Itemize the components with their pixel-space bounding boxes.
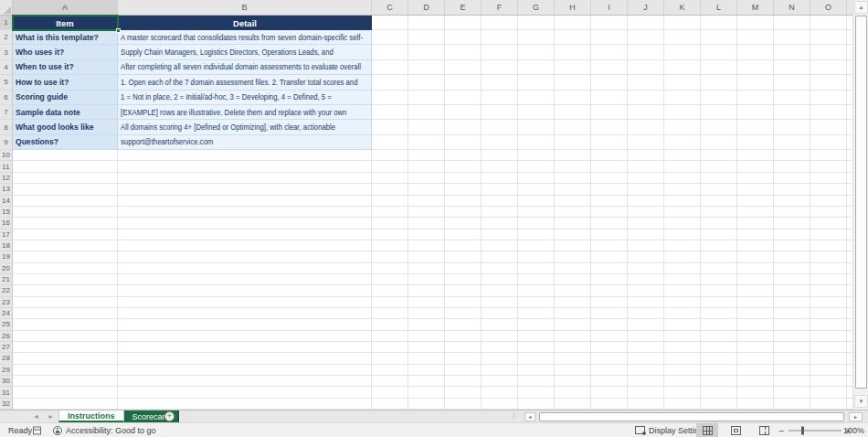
row-header-18[interactable]: 18: [0, 240, 13, 251]
empty-cells-region[interactable]: [372, 331, 852, 342]
empty-cell[interactable]: [13, 342, 118, 353]
empty-cells-region[interactable]: [372, 91, 852, 105]
row-header-7[interactable]: 7: [0, 105, 13, 120]
empty-cells-region[interactable]: [372, 240, 852, 251]
cell-A5[interactable]: How to use it?: [13, 75, 118, 90]
empty-cell[interactable]: [13, 251, 118, 262]
column-header-M[interactable]: M: [737, 0, 774, 15]
empty-cell[interactable]: [13, 365, 118, 376]
empty-cell[interactable]: [118, 308, 372, 319]
empty-cell[interactable]: [13, 196, 118, 207]
row-header-30[interactable]: 30: [0, 376, 13, 387]
row-header-27[interactable]: 27: [0, 342, 13, 353]
row-header-29[interactable]: 29: [0, 365, 13, 376]
row-header-6[interactable]: 6: [0, 91, 13, 105]
scroll-down-icon[interactable]: ▼: [854, 395, 868, 408]
row-header-22[interactable]: 22: [0, 285, 13, 296]
row-header-10[interactable]: 10: [0, 150, 13, 161]
empty-cells-region[interactable]: [372, 161, 852, 172]
empty-cell[interactable]: [118, 331, 372, 342]
row-header-5[interactable]: 5: [0, 75, 13, 90]
empty-cell[interactable]: [118, 285, 372, 296]
empty-cells-region[interactable]: [372, 376, 852, 387]
scroll-left-icon[interactable]: ◄: [524, 412, 535, 421]
cell-B8[interactable]: All domains scoring 4+ [Defined or Optim…: [118, 120, 372, 134]
select-all-corner[interactable]: [0, 0, 13, 15]
scroll-up-icon[interactable]: ▲: [854, 1, 868, 14]
empty-cells-region[interactable]: [372, 297, 852, 308]
column-header-K[interactable]: K: [664, 0, 701, 15]
row-header-3[interactable]: 3: [0, 45, 13, 59]
zoom-slider-thumb[interactable]: [801, 426, 804, 434]
cell-A9[interactable]: Questions?: [13, 135, 118, 150]
page-break-view-button[interactable]: [753, 423, 775, 437]
empty-cell[interactable]: [118, 150, 372, 161]
empty-cell[interactable]: [13, 173, 118, 184]
empty-cell[interactable]: [13, 274, 118, 285]
scroll-right-icon[interactable]: ►: [849, 412, 863, 421]
empty-cell[interactable]: [13, 150, 118, 161]
column-header-G[interactable]: G: [518, 0, 555, 15]
empty-cell[interactable]: [118, 240, 372, 251]
empty-cells-region[interactable]: [372, 184, 852, 195]
empty-cells-region[interactable]: [372, 135, 852, 150]
empty-cell[interactable]: [13, 387, 118, 398]
empty-cell[interactable]: [13, 353, 118, 364]
zoom-slider-track[interactable]: [789, 430, 842, 431]
accessibility-status[interactable]: Accessibility: Good to go: [53, 426, 156, 435]
row-header-4[interactable]: 4: [0, 60, 13, 75]
cell-B9[interactable]: support@theartofservice.com: [118, 135, 372, 150]
row-header-2[interactable]: 2: [0, 30, 13, 45]
empty-cell[interactable]: [118, 173, 372, 184]
zoom-level[interactable]: 100%: [843, 426, 864, 435]
empty-cell[interactable]: [118, 353, 372, 364]
empty-cell[interactable]: [118, 207, 372, 218]
empty-cells-region[interactable]: [372, 45, 852, 59]
row-header-1[interactable]: 1: [0, 16, 13, 30]
row-header-32[interactable]: 32: [0, 399, 13, 410]
empty-cell[interactable]: [118, 263, 372, 274]
column-header-J[interactable]: J: [628, 0, 664, 15]
cell-B3[interactable]: Supply Chain Managers, Logistics Directo…: [118, 45, 372, 59]
cell-A2[interactable]: What is this template?: [13, 30, 118, 45]
empty-cell[interactable]: [13, 184, 118, 195]
row-header-28[interactable]: 28: [0, 353, 13, 364]
empty-cell[interactable]: [118, 376, 372, 387]
row-header-25[interactable]: 25: [0, 319, 13, 330]
add-sheet-icon[interactable]: +: [164, 411, 175, 421]
empty-cells-region[interactable]: [372, 16, 852, 30]
empty-cells-region[interactable]: [372, 263, 852, 274]
row-header-11[interactable]: 11: [0, 161, 13, 172]
tab-nav-right-icon[interactable]: ►: [48, 410, 54, 422]
empty-cells-region[interactable]: [372, 173, 852, 184]
row-header-9[interactable]: 9: [0, 135, 13, 150]
empty-cell[interactable]: [13, 240, 118, 251]
row-header-16[interactable]: 16: [0, 218, 13, 229]
empty-cell[interactable]: [13, 297, 118, 308]
empty-cell[interactable]: [118, 161, 372, 172]
empty-cell[interactable]: [13, 161, 118, 172]
zoom-out-icon[interactable]: −: [778, 425, 784, 436]
cell-B4[interactable]: After completing all seven individual do…: [118, 60, 372, 75]
empty-cells-region[interactable]: [372, 399, 852, 410]
tab-scroll-splitter[interactable]: ⁞: [513, 411, 515, 421]
empty-cell[interactable]: [13, 263, 118, 274]
empty-cells-region[interactable]: [372, 387, 852, 398]
empty-cell[interactable]: [118, 387, 372, 398]
empty-cells-region[interactable]: [372, 319, 852, 330]
row-header-19[interactable]: 19: [0, 251, 13, 262]
empty-cell[interactable]: [118, 342, 372, 353]
column-header-B[interactable]: B: [118, 0, 372, 15]
cell-A3[interactable]: Who uses it?: [13, 45, 118, 59]
empty-cell[interactable]: [118, 297, 372, 308]
empty-cell[interactable]: [13, 376, 118, 387]
empty-cells-region[interactable]: [372, 150, 852, 161]
row-header-23[interactable]: 23: [0, 297, 13, 308]
column-header-A[interactable]: A: [13, 0, 118, 15]
empty-cells-region[interactable]: [372, 285, 852, 296]
column-header-F[interactable]: F: [482, 0, 518, 15]
empty-cell[interactable]: [118, 365, 372, 376]
empty-cells-region[interactable]: [372, 365, 852, 376]
column-header-C[interactable]: C: [372, 0, 408, 15]
empty-cell[interactable]: [13, 229, 118, 240]
